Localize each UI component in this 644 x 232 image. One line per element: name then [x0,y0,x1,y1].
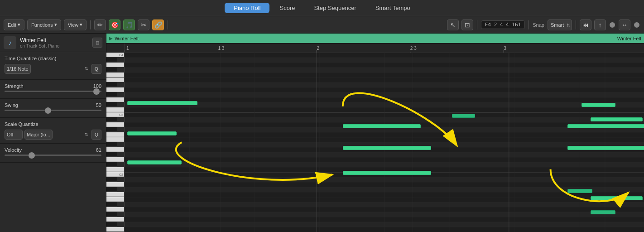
swing-row: Swing 50 [5,102,101,108]
note[interactable] [343,146,431,150]
grid-area[interactable] [125,53,644,232]
piano-key[interactable] [106,58,117,62]
piano-key[interactable] [106,117,117,122]
piano-key[interactable] [106,122,125,127]
piano-key[interactable]: C4 [106,53,125,57]
tab-smart-tempo[interactable]: Smart Tempo [366,3,419,13]
ruler-mark-23: 2 3 [410,46,417,51]
piano-key[interactable] [106,197,125,202]
note[interactable] [127,131,177,135]
piano-key[interactable] [106,68,117,72]
piano-key[interactable] [106,202,117,207]
up-button[interactable]: ↑ [594,19,606,30]
piano-key[interactable] [106,63,125,67]
piano-key[interactable] [106,97,125,102]
edit-menu-button[interactable]: Edit ▾ [4,19,24,30]
quantize-row: 1/16 Note Q [5,64,101,74]
midi-draw-button[interactable]: 🎯 [109,19,120,30]
strength-slider-thumb[interactable] [93,88,100,95]
note[interactable] [127,101,197,105]
velocity-section: Velocity 61 [0,144,106,163]
swing-label: Swing [5,102,88,108]
piano-roll-area: ▶ Winter Felt Winter Felt [106,34,644,232]
piano-key[interactable] [106,187,117,192]
piano-key[interactable] [106,177,117,182]
note[interactable] [567,146,644,150]
scale-off-select[interactable]: Off [5,130,23,140]
velocity-value: 61 [88,147,101,153]
piano-key[interactable] [106,92,117,97]
view-chevron: ▾ [80,22,82,28]
note[interactable] [567,124,644,128]
note[interactable] [591,117,643,121]
piano-key[interactable]: C3 [106,112,125,117]
piano-key[interactable] [106,107,125,112]
strength-row: Strength 100 [5,83,101,89]
note[interactable] [127,160,182,164]
tab-step-sequencer[interactable]: Step Sequencer [305,3,365,13]
piano-key[interactable] [106,132,125,137]
piano-key[interactable] [106,152,117,157]
functions-menu-button[interactable]: Functions ▾ [27,19,61,30]
piano-key[interactable] [106,192,125,197]
snap-container: Snap: Smart [533,19,572,30]
scissors-button[interactable]: ✂ [138,19,149,30]
scale-q-button[interactable]: Q [91,130,101,140]
view-menu-button[interactable]: View ▾ [64,19,87,30]
quantize-select[interactable]: 1/16 Note [5,64,31,74]
piano-key[interactable] [106,82,117,87]
pointer-tool[interactable]: ↖ [447,19,459,30]
track-expand-button[interactable]: ⊡ [92,38,102,48]
velocity-row: Velocity 61 [5,147,101,153]
note[interactable] [591,210,615,214]
scale-type-select[interactable]: Major (lo... [24,130,53,140]
track-icon: ♪ [4,36,16,49]
note[interactable] [343,171,431,175]
pencil-tool-button[interactable]: ✏ [94,19,106,30]
piano-key[interactable] [106,162,117,167]
velocity-slider-thumb[interactable] [29,152,35,159]
note[interactable] [343,124,421,128]
piano-key[interactable] [106,137,125,142]
note[interactable] [452,114,476,118]
separator-5 [576,20,576,29]
snap-select[interactable]: Smart [548,19,572,30]
piano-key[interactable] [106,207,125,212]
piano-key[interactable] [106,157,125,162]
q-button[interactable]: Q [91,64,101,74]
notes-layer [125,53,644,232]
swing-slider[interactable] [5,110,101,111]
swing-slider-thumb[interactable] [45,107,51,114]
piano-key[interactable]: C2 [106,172,125,177]
piano-key[interactable] [106,102,117,107]
tab-score[interactable]: Score [270,3,304,13]
scale-quantize-title: Scale Quantize [5,121,101,127]
link-button[interactable]: 🔗 [152,19,164,30]
piano-key[interactable] [106,142,117,147]
expand-button[interactable]: ↔ [619,19,630,30]
functions-label: Functions [31,22,53,28]
marquee-tool[interactable]: ⊡ [461,19,473,30]
track-subtitle: on Track Soft Piano [20,44,89,48]
piano-key[interactable] [106,127,117,132]
velocity-button[interactable]: 🎵 [123,19,135,30]
tab-bar: Piano Roll Score Step Sequencer Smart Te… [0,0,644,16]
piano-key[interactable] [106,77,125,82]
piano-key[interactable] [106,147,125,152]
tab-piano-roll[interactable]: Piano Roll [225,3,269,13]
time-quantize-section: Time Quantize (classic) 1/16 Note Q [0,52,106,80]
piano-key[interactable] [106,217,125,222]
note[interactable] [567,189,592,193]
piano-key[interactable] [106,227,125,232]
piano-key[interactable] [106,182,125,187]
piano-key[interactable] [106,72,125,77]
strength-slider[interactable] [5,91,101,92]
rewind-button[interactable]: ⏮ [580,19,591,30]
note[interactable] [591,196,643,200]
piano-key[interactable] [106,87,125,92]
piano-key[interactable] [106,222,117,227]
note[interactable] [582,103,615,107]
piano-key[interactable] [106,212,117,217]
velocity-slider[interactable] [5,155,101,156]
piano-key[interactable] [106,167,125,172]
